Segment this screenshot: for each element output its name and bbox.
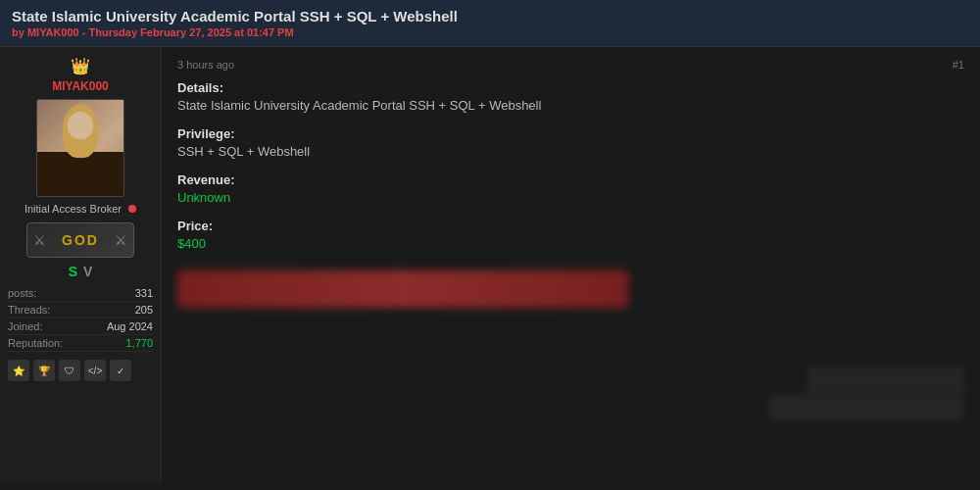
- price-value: $400: [177, 236, 964, 251]
- privilege-section: Privilege: SSH + SQL + Webshell: [177, 126, 964, 159]
- crown-icon: 👑: [71, 57, 90, 75]
- main-layout: 👑 MIYAK000 Initial Access Broker GOD S V…: [0, 47, 980, 484]
- page-title: State Islamic University Academic Portal…: [12, 8, 968, 24]
- joined-label: Joined:: [8, 320, 42, 332]
- role-indicator: [128, 205, 136, 213]
- god-badge: GOD: [26, 222, 134, 258]
- icon-code: </>: [84, 360, 106, 381]
- revenue-section: Revenue: Unknown: [177, 172, 964, 205]
- post-number: #1: [953, 59, 964, 71]
- badge-v: V: [83, 264, 92, 279]
- icon-check: ✓: [110, 360, 131, 381]
- details-value: State Islamic University Academic Portal…: [177, 98, 964, 113]
- user-role: Initial Access Broker: [24, 203, 136, 215]
- badge-s: S: [69, 264, 77, 279]
- price-label: Price:: [177, 219, 964, 233]
- joined-value: Aug 2024: [107, 320, 153, 332]
- user-badges: S V: [8, 264, 153, 279]
- user-sidebar: 👑 MIYAK000 Initial Access Broker GOD S V…: [0, 47, 162, 484]
- revenue-label: Revenue:: [177, 172, 964, 187]
- page-header: State Islamic University Academic Portal…: [0, 0, 980, 47]
- icon-trophy: 🏆: [33, 360, 55, 381]
- meta-prefix: by: [12, 26, 24, 38]
- meta-suffix: - Thursday February 27, 2025 at 01:47 PM: [82, 26, 294, 38]
- blurred-action: [768, 394, 964, 421]
- stats-table: posts: 331 Threads: 205 Joined: Aug 2024…: [8, 285, 153, 352]
- god-text: GOD: [62, 232, 99, 248]
- avatar: [36, 99, 124, 197]
- avatar-container: 👑 MIYAK000 Initial Access Broker: [8, 57, 153, 215]
- post-content: #1 3 hours ago Details: State Islamic Un…: [162, 47, 980, 484]
- stat-posts: posts: 331: [8, 285, 153, 302]
- stat-reputation: Reputation: 1,770: [8, 335, 153, 352]
- details-section: Details: State Islamic University Academ…: [177, 80, 964, 113]
- threads-value: 205: [135, 304, 153, 316]
- details-label: Details:: [177, 80, 964, 95]
- reputation-label: Reputation:: [8, 337, 63, 349]
- posts-value: 331: [135, 287, 153, 299]
- revenue-value: Unknown: [177, 190, 964, 205]
- price-section: Price: $400: [177, 219, 964, 251]
- post-time: 3 hours ago: [177, 59, 964, 71]
- privilege-value: SSH + SQL + Webshell: [177, 144, 964, 159]
- user-icon-tray: ⭐ 🏆 🛡 </> ✓: [8, 360, 153, 381]
- icon-shield: 🛡: [59, 360, 80, 381]
- blurred-link: [177, 270, 628, 308]
- username-link[interactable]: MIYAK000: [52, 79, 109, 93]
- blurred-button: [808, 367, 964, 394]
- threads-label: Threads:: [8, 304, 50, 316]
- avatar-face: [68, 112, 93, 139]
- privilege-label: Privilege:: [177, 126, 964, 141]
- posts-label: posts:: [8, 287, 36, 299]
- stat-joined: Joined: Aug 2024: [8, 318, 153, 335]
- reputation-value: 1,770: [125, 337, 153, 349]
- header-meta: by MIYAK000 - Thursday February 27, 2025…: [12, 26, 968, 38]
- post-author[interactable]: MIYAK000: [27, 26, 79, 38]
- stat-threads: Threads: 205: [8, 302, 153, 318]
- icon-star: ⭐: [8, 360, 29, 381]
